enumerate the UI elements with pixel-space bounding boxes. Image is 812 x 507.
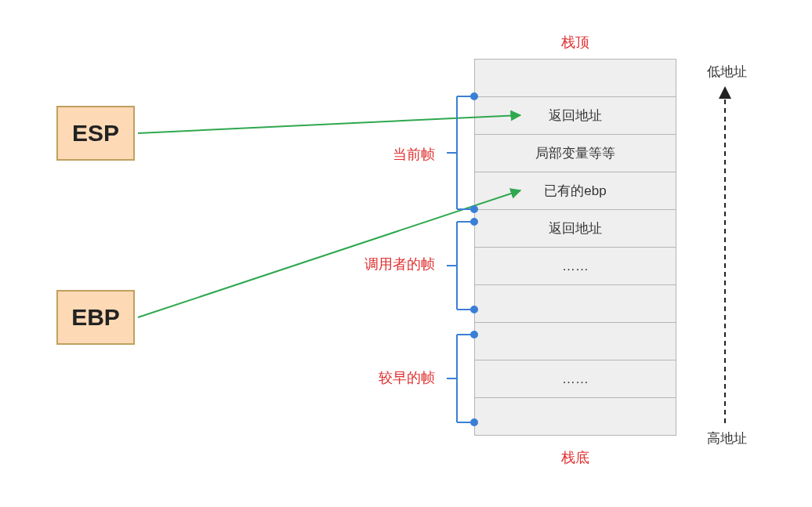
stack-cell: 返回地址 <box>475 210 676 248</box>
stack-bottom-label: 栈底 <box>561 448 589 467</box>
stack-cell: 局部变量等等 <box>475 135 676 172</box>
earlier-frame-label: 较早的帧 <box>341 368 435 387</box>
earlier-frame-bracket <box>447 331 477 426</box>
esp-arrow <box>138 115 520 133</box>
caller-frame-label: 调用者的帧 <box>341 255 435 273</box>
stack-column: 返回地址 局部变量等等 已有的ebp 返回地址 …… …… <box>474 59 676 436</box>
esp-register-box: ESP <box>56 106 135 161</box>
esp-register-label: ESP <box>72 120 119 147</box>
stack-cell <box>475 323 676 360</box>
ebp-arrow <box>138 190 520 317</box>
stack-cell: …… <box>475 360 676 398</box>
high-address-label: 高地址 <box>707 429 747 447</box>
caller-frame-bracket <box>447 219 477 313</box>
current-frame-bracket <box>447 93 477 212</box>
stack-cell <box>475 285 676 323</box>
ebp-register-label: EBP <box>71 304 120 331</box>
low-address-label: 低地址 <box>707 63 747 81</box>
stack-cell: 返回地址 <box>475 97 676 135</box>
stack-cell <box>475 60 676 97</box>
diagram-svg <box>0 0 812 507</box>
stack-cell: …… <box>475 248 676 285</box>
ebp-register-box: EBP <box>56 290 135 345</box>
stack-cell <box>475 398 676 436</box>
stack-cell: 已有的ebp <box>475 172 676 210</box>
current-frame-label: 当前帧 <box>341 145 435 164</box>
stack-top-label: 栈顶 <box>561 33 589 52</box>
